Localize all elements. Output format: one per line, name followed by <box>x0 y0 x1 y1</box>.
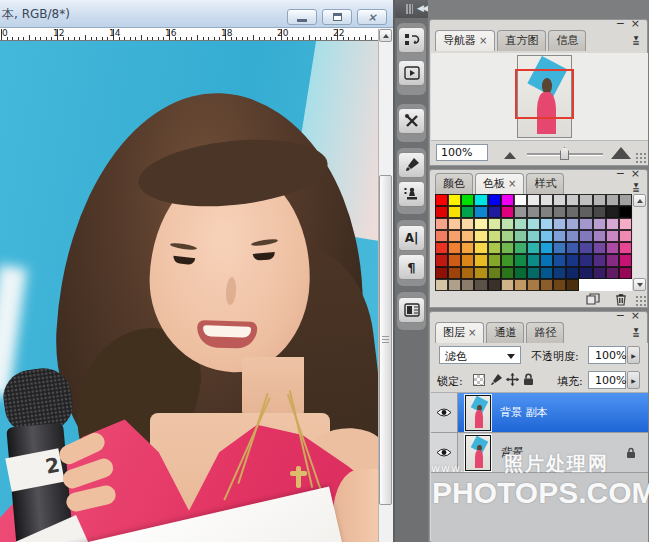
color-swatch[interactable] <box>619 254 632 266</box>
color-swatch[interactable] <box>488 267 501 279</box>
panel-resize-grip[interactable] <box>635 295 646 306</box>
color-swatch[interactable] <box>540 230 553 242</box>
color-swatch[interactable] <box>619 267 632 279</box>
color-swatch[interactable] <box>540 218 553 230</box>
color-swatch[interactable] <box>514 206 527 218</box>
close-button[interactable]: × <box>357 9 387 25</box>
color-swatch[interactable] <box>527 279 540 291</box>
color-swatch[interactable] <box>606 230 619 242</box>
collapse-dock-icon[interactable]: ◀◀ <box>417 3 427 13</box>
scroll-up-button[interactable] <box>379 29 392 42</box>
fill-field[interactable]: 100% <box>588 371 626 389</box>
color-swatch[interactable] <box>593 218 606 230</box>
color-swatch[interactable] <box>566 230 579 242</box>
color-swatch[interactable] <box>527 242 540 254</box>
color-swatch[interactable] <box>461 218 474 230</box>
color-swatch[interactable] <box>527 230 540 242</box>
panel-tab[interactable]: 直方图 <box>497 30 546 51</box>
color-swatch[interactable] <box>474 206 487 218</box>
panel-resize-grip[interactable] <box>635 152 646 163</box>
color-swatch[interactable] <box>527 254 540 266</box>
color-swatch[interactable] <box>606 218 619 230</box>
color-swatch[interactable] <box>501 242 514 254</box>
color-swatch[interactable] <box>553 254 566 266</box>
color-swatch[interactable] <box>501 218 514 230</box>
color-swatch[interactable] <box>619 206 632 218</box>
zoom-slider-track[interactable] <box>527 153 603 155</box>
color-swatch[interactable] <box>461 254 474 266</box>
color-swatch[interactable] <box>540 267 553 279</box>
color-swatch[interactable] <box>448 267 461 279</box>
color-swatch[interactable] <box>553 218 566 230</box>
minimize-button[interactable] <box>287 9 317 25</box>
color-swatch[interactable] <box>501 279 514 291</box>
color-swatch[interactable] <box>593 242 606 254</box>
color-swatch[interactable] <box>488 279 501 291</box>
color-swatch[interactable] <box>566 279 579 291</box>
color-swatch[interactable] <box>448 218 461 230</box>
color-swatch[interactable] <box>619 242 632 254</box>
scroll-up-button[interactable] <box>633 194 646 207</box>
color-swatch[interactable] <box>501 194 514 206</box>
color-swatch[interactable] <box>514 254 527 266</box>
color-swatch[interactable] <box>553 230 566 242</box>
color-swatch[interactable] <box>461 194 474 206</box>
restore-button[interactable] <box>322 9 352 25</box>
color-swatch[interactable] <box>540 194 553 206</box>
color-swatch[interactable] <box>435 206 448 218</box>
color-swatch[interactable] <box>461 279 474 291</box>
zoom-percent-field[interactable]: 100% <box>436 144 488 161</box>
color-swatch[interactable] <box>435 242 448 254</box>
color-swatch[interactable] <box>527 267 540 279</box>
visibility-toggle[interactable] <box>431 393 458 432</box>
color-swatch[interactable] <box>448 194 461 206</box>
color-swatch[interactable] <box>501 254 514 266</box>
layer-comps-panel-button[interactable] <box>398 297 425 323</box>
color-swatch[interactable] <box>474 279 487 291</box>
panel-tab[interactable]: 色板× <box>475 173 524 194</box>
color-swatch[interactable] <box>435 267 448 279</box>
color-swatch[interactable] <box>540 242 553 254</box>
color-swatch[interactable] <box>474 267 487 279</box>
color-swatch[interactable] <box>579 242 592 254</box>
panel-close-icon[interactable]: × <box>631 19 640 28</box>
new-swatch-button[interactable] <box>584 292 601 306</box>
color-swatch[interactable] <box>593 254 606 266</box>
panel-minimize-icon[interactable]: − <box>616 311 625 320</box>
opacity-field[interactable]: 100% <box>588 346 626 364</box>
color-swatch[interactable] <box>461 230 474 242</box>
color-swatch[interactable] <box>619 218 632 230</box>
color-swatch[interactable] <box>540 254 553 266</box>
color-swatch[interactable] <box>435 279 448 291</box>
zoom-slider-thumb[interactable] <box>560 147 569 160</box>
panel-minimize-icon[interactable]: − <box>616 19 625 28</box>
color-swatch[interactable] <box>501 230 514 242</box>
color-swatch[interactable] <box>566 206 579 218</box>
panel-close-icon[interactable]: × <box>631 311 640 320</box>
panel-tab[interactable]: 信息 <box>548 30 586 51</box>
color-swatch[interactable] <box>488 194 501 206</box>
color-swatch[interactable] <box>514 218 527 230</box>
color-swatch[interactable] <box>435 218 448 230</box>
color-swatch[interactable] <box>540 279 553 291</box>
color-swatch[interactable] <box>488 242 501 254</box>
color-swatch[interactable] <box>593 267 606 279</box>
lock-position-button[interactable] <box>505 372 520 387</box>
color-swatch[interactable] <box>474 254 487 266</box>
actions-panel-button[interactable] <box>398 60 425 86</box>
color-swatch[interactable] <box>593 206 606 218</box>
color-swatch[interactable] <box>448 206 461 218</box>
color-swatch[interactable] <box>474 194 487 206</box>
swatches-scrollbar[interactable] <box>633 194 646 291</box>
color-swatch[interactable] <box>606 206 619 218</box>
delete-swatch-button[interactable] <box>612 292 629 306</box>
panel-menu-icon[interactable]: ▼≡ <box>629 35 643 49</box>
color-swatch[interactable] <box>514 267 527 279</box>
color-swatch[interactable] <box>488 254 501 266</box>
color-swatch[interactable] <box>593 230 606 242</box>
panel-menu-icon[interactable]: ▼≡ <box>629 327 643 341</box>
color-swatch[interactable] <box>606 194 619 206</box>
lock-transparency-button[interactable] <box>471 372 486 387</box>
opacity-slider-button[interactable]: ▶ <box>627 346 640 364</box>
color-swatch[interactable] <box>566 242 579 254</box>
